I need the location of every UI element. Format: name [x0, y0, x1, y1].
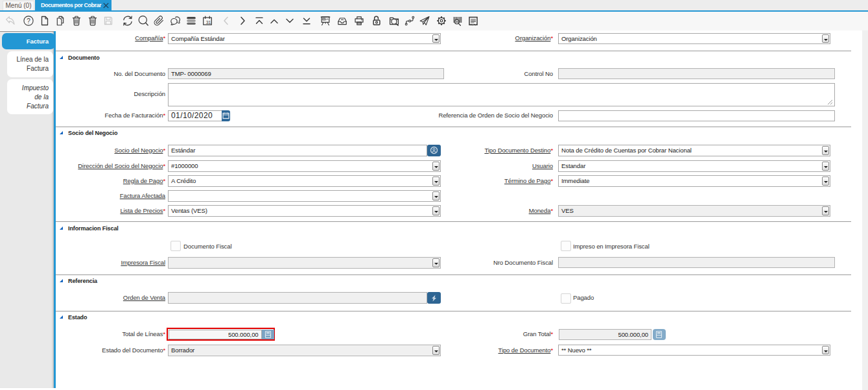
- svg-text:?: ?: [27, 18, 30, 25]
- svg-text:31: 31: [206, 20, 211, 25]
